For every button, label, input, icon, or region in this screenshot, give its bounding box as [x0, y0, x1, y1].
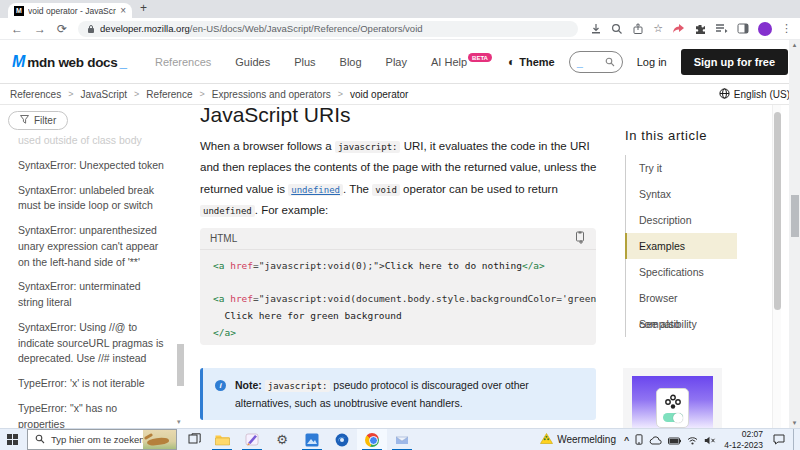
sidebar-item[interactable]: TypeError: 'x' is not iterable — [18, 376, 166, 392]
photos-button[interactable] — [297, 429, 327, 450]
onedrive-cloud-icon[interactable] — [649, 431, 662, 449]
scroll-down-icon[interactable]: ▾ — [789, 419, 800, 427]
weather-alert[interactable]: Weermelding — [540, 433, 616, 446]
start-button[interactable] — [7, 434, 18, 445]
taskbar-search-placeholder: Typ hier om te zoeken — [51, 434, 144, 445]
toc-list: Try it Syntax Description Examples Speci… — [625, 155, 737, 337]
action-center-button[interactable] — [773, 431, 785, 449]
sidebar-item[interactable]: SyntaxError: unparenthesized unary expre… — [18, 223, 166, 270]
battery-icon[interactable] — [668, 431, 681, 449]
toc-item-examples[interactable]: Examples — [625, 233, 737, 259]
task-view-button[interactable] — [188, 431, 201, 449]
toc-item-specifications[interactable]: Specifications — [625, 259, 737, 285]
sidebar-item[interactable]: SyntaxError: Using //@ to indicate sourc… — [18, 320, 166, 367]
site-search-input[interactable]: _ — [569, 51, 623, 73]
sponsor-logo-icon — [664, 394, 682, 410]
show-desktop-button[interactable] — [793, 429, 797, 450]
address-bar[interactable]: developer.mozilla.org/en-US/docs/Web/Jav… — [78, 21, 578, 37]
toc-item-syntax[interactable]: Syntax — [625, 181, 737, 207]
breadcrumb-separator: > — [134, 89, 139, 99]
toc-title: In this article — [625, 128, 707, 143]
browser-menu-icon[interactable]: ⋮ — [781, 23, 792, 34]
taskbar-search[interactable]: Typ hier om te zoeken — [27, 429, 177, 450]
new-tab-button[interactable]: + — [140, 1, 147, 15]
copy-icon[interactable] — [574, 231, 586, 246]
paint3d-button[interactable] — [237, 429, 267, 450]
breadcrumb-reference[interactable]: Reference — [146, 89, 192, 100]
section-heading: JavaScript URIs — [200, 105, 351, 127]
paragraph-text: operator can be used to return — [400, 183, 558, 195]
settings-gear-icon: ⚙ — [276, 433, 288, 446]
browser-scrollbar-thumb[interactable] — [791, 195, 799, 237]
sidebar-scrollbar-thumb[interactable] — [177, 344, 184, 386]
sidebar-item[interactable]: TypeError: "x" has no properties — [18, 401, 166, 428]
sidebar-scrollbar[interactable]: ▾ — [177, 105, 184, 428]
extension-red-icon[interactable] — [672, 23, 685, 35]
nav-play[interactable]: Play — [386, 56, 407, 68]
signup-button[interactable]: Sign up for free — [681, 49, 788, 75]
sidebar-scroll-down-icon[interactable]: ▾ — [177, 418, 181, 426]
breadcrumb-references[interactable]: References — [10, 89, 61, 100]
login-link[interactable]: Log in — [637, 56, 667, 68]
file-explorer-button[interactable] — [207, 429, 237, 450]
tab-close-icon[interactable]: × — [120, 6, 126, 16]
side-panel-icon[interactable] — [737, 23, 749, 34]
chrome-button[interactable] — [357, 429, 387, 450]
toc-item-try-it[interactable]: Try it — [625, 155, 737, 181]
settings-button[interactable]: ⚙ — [267, 429, 297, 450]
network-icon[interactable] — [687, 431, 698, 449]
share-icon[interactable] — [632, 23, 644, 35]
nav-guides[interactable]: Guides — [235, 56, 270, 68]
clock-date: 4-12-2023 — [724, 440, 763, 450]
reading-list-icon[interactable] — [715, 23, 728, 34]
url-domain: developer.mozilla.org — [100, 23, 190, 34]
app-blue-circle-button[interactable] — [327, 429, 357, 450]
phone-link-icon[interactable] — [635, 431, 643, 449]
nav-plus[interactable]: Plus — [294, 56, 315, 68]
zoom-icon[interactable] — [611, 23, 623, 35]
browser-scrollbar[interactable]: ▴ ▾ — [789, 40, 800, 428]
sidebar-item[interactable]: SyntaxError: unterminated string literal — [18, 279, 166, 311]
undefined-link[interactable]: undefined — [288, 184, 343, 196]
sidebar-filter-button[interactable]: Filter — [8, 111, 68, 130]
scroll-up-icon[interactable]: ▴ — [789, 41, 800, 49]
theme-label: Theme — [519, 56, 554, 68]
mail-app-button[interactable] — [387, 429, 417, 450]
taskbar-clock[interactable]: 02:07 4-12-2023 — [724, 429, 763, 450]
nav-blog[interactable]: Blog — [340, 56, 362, 68]
sidebar-item[interactable]: SyntaxError: unlabeled break must be ins… — [18, 183, 166, 215]
browser-tab[interactable]: M void operator - JavaScript | MDN × — [8, 3, 132, 18]
content-scrollbar[interactable] — [772, 105, 781, 428]
code-line: <a href="javascript:void(document.body.s… — [213, 291, 583, 308]
mdn-logo-text: mdn web docs — [27, 55, 117, 70]
sidebar-item[interactable]: SyntaxError: Unexpected token — [18, 158, 166, 174]
tray-expand-icon[interactable]: ^ — [624, 435, 629, 445]
language-switcher[interactable]: English (US) — [719, 88, 790, 101]
inline-code-undefined: undefined — [200, 205, 255, 217]
sponsor-card[interactable] — [623, 368, 722, 428]
forward-icon[interactable]: → — [34, 23, 46, 35]
breadcrumb-javascript[interactable]: JavaScript — [80, 89, 127, 100]
toc-item-browser-compatibility[interactable]: Browser compatibility — [625, 285, 737, 311]
toc-item-see-also[interactable]: See also — [625, 311, 737, 337]
bookmark-star-icon[interactable]: ☆ — [653, 23, 663, 34]
search-icon — [605, 53, 615, 71]
reload-icon[interactable]: ⟳ — [57, 23, 67, 35]
volume-muted-icon[interactable] — [704, 431, 716, 449]
nav-references[interactable]: References — [155, 56, 211, 68]
code-example-block: HTML <a href="javascript:void(0);">Click… — [200, 228, 596, 345]
breadcrumb-expressions[interactable]: Expressions and operators — [212, 89, 331, 100]
system-tray-icons: ^ — [624, 431, 716, 449]
profile-avatar[interactable] — [758, 22, 772, 36]
code-line: <a href="javascript:void(0);">Click here… — [213, 258, 583, 275]
toc-item-description[interactable]: Description — [625, 207, 737, 233]
mdn-logo[interactable]: M mdn web docs _ — [12, 53, 127, 71]
inline-code-javascript: javascript: — [335, 141, 401, 153]
download-icon[interactable] — [590, 23, 602, 35]
content-scrollbar-thumb[interactable] — [774, 112, 781, 310]
sidebar-item[interactable]: used outside of class body — [18, 133, 166, 149]
back-icon[interactable]: ← — [11, 23, 23, 35]
nav-ai-help[interactable]: AI HelpBETA — [431, 56, 492, 68]
extensions-puzzle-icon[interactable] — [694, 23, 706, 35]
theme-toggle[interactable]: ◐Theme — [508, 55, 555, 69]
